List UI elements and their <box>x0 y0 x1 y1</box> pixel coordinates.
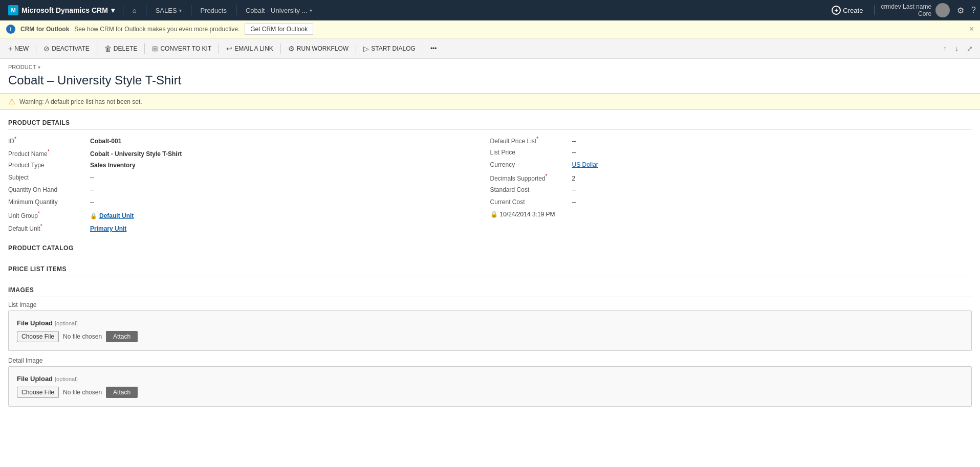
detail-image-attach-button[interactable]: Attach <box>106 387 138 398</box>
delete-label: DELETE <box>114 45 138 52</box>
field-id: ID* Cobalt-001 <box>8 134 470 147</box>
field-product-name-value: Cobalt - University Style T-Shirt <box>90 150 182 158</box>
deactivate-button[interactable]: ⊘ DEACTIVATE <box>39 42 94 55</box>
field-current-cost-label: Current Cost <box>490 198 572 206</box>
detail-image-optional: [optional] <box>55 376 78 382</box>
section-images: IMAGES <box>8 280 972 297</box>
workflow-icon: ⚙ <box>288 45 295 53</box>
new-button[interactable]: + NEW <box>4 42 33 55</box>
outlook-message: See how CRM for Outlook makes you even m… <box>74 26 239 33</box>
convert-label: CONVERT TO KIT <box>160 45 211 52</box>
more-icon[interactable]: ? <box>971 6 976 15</box>
nav-cobalt-chevron: ▾ <box>310 8 312 13</box>
tb-sep-7 <box>423 43 423 54</box>
detail-image-choose-file-button[interactable]: Choose File <box>17 387 59 398</box>
detail-image-label: Detail Image <box>8 357 972 364</box>
convert-to-kit-button[interactable]: ⊞ CONVERT TO KIT <box>148 42 215 55</box>
nav-products[interactable]: Products <box>195 0 232 20</box>
product-details-grid: ID* Cobalt-001 Product Name* Cobalt - Un… <box>8 134 972 234</box>
tb-sep-6 <box>356 43 356 54</box>
email-icon: ↩ <box>226 45 232 53</box>
details-left-col: ID* Cobalt-001 Product Name* Cobalt - Un… <box>8 134 490 234</box>
breadcrumb-chevron[interactable]: ▾ <box>38 64 40 70</box>
field-unit-group-value[interactable]: Default Unit <box>99 212 134 219</box>
run-workflow-button[interactable]: ⚙ RUN WORKFLOW <box>284 42 353 55</box>
field-default-price-list-label: Default Price List* <box>490 136 572 145</box>
nav-home[interactable]: ⌂ <box>127 0 142 20</box>
nav-sep-5 <box>874 5 875 15</box>
section-price-list-items[interactable]: PRICE LIST ITEMS <box>8 259 972 276</box>
nav-cobalt-label: Cobalt - University ... <box>246 7 308 14</box>
create-button[interactable]: + Create <box>826 6 868 15</box>
more-options-button[interactable]: ••• <box>426 43 441 54</box>
new-label: NEW <box>14 45 29 52</box>
outlook-info-icon: i <box>6 25 15 34</box>
details-right-col: Default Price List* -- List Price -- Cur… <box>490 134 972 234</box>
delete-button[interactable]: 🗑 DELETE <box>100 42 142 55</box>
field-subject: Subject -- <box>8 172 470 184</box>
toolbar-right: ↑ ↓ ⤢ <box>940 42 976 55</box>
field-qty-on-hand: Quantity On Hand -- <box>8 184 470 196</box>
top-nav-bar: M Microsoft Dynamics CRM ▾ ⌂ SALES ▾ Pro… <box>0 0 980 20</box>
toolbar: + NEW ⊘ DEACTIVATE 🗑 DELETE ⊞ CONVERT TO… <box>0 38 980 59</box>
timestamp-lock-icon: 🔒 <box>490 211 498 218</box>
list-image-upload-title: File Upload[optional] <box>17 319 963 327</box>
field-default-unit: Default Unit* Primary Unit <box>8 221 470 234</box>
get-crm-outlook-button[interactable]: Get CRM for Outlook <box>245 24 313 35</box>
nav-sep-1 <box>123 5 123 15</box>
nav-right: + Create crmdev Last name Core ⚙ ? <box>826 3 976 17</box>
field-default-unit-value[interactable]: Primary Unit <box>90 225 126 232</box>
tb-sep-5 <box>280 43 281 54</box>
settings-icon[interactable]: ⚙ <box>954 6 967 15</box>
field-list-price-label: List Price <box>490 149 572 156</box>
nav-sep-2 <box>146 5 146 15</box>
user-role: Core <box>881 10 931 17</box>
expand-button[interactable]: ⤢ <box>964 42 976 55</box>
field-decimals: Decimals Supported* 2 <box>490 171 952 184</box>
tb-sep-4 <box>219 43 219 54</box>
detail-image-upload-box: File Upload[optional] Choose File No fil… <box>8 366 972 407</box>
nav-products-label: Products <box>201 7 227 14</box>
start-dialog-button[interactable]: ▷ START DIALOG <box>359 42 420 55</box>
field-product-name: Product Name* Cobalt - University Style … <box>8 147 470 160</box>
field-unit-group: Unit Group* 🔒 Default Unit <box>8 209 470 221</box>
dialog-label: START DIALOG <box>371 45 416 52</box>
nav-sales[interactable]: SALES ▾ <box>150 0 187 20</box>
nav-up-button[interactable]: ↑ <box>940 42 950 55</box>
delete-icon: 🗑 <box>104 45 112 53</box>
nav-sales-label: SALES <box>156 7 177 14</box>
avatar[interactable] <box>935 3 950 17</box>
field-min-qty-value: -- <box>90 198 94 206</box>
app-name: Microsoft Dynamics CRM <box>21 6 108 14</box>
field-min-qty: Minimum Quantity -- <box>8 196 470 209</box>
field-currency-value[interactable]: US Dollar <box>572 161 598 168</box>
create-label: Create <box>843 7 863 14</box>
tb-sep-1 <box>36 43 36 54</box>
main-content: PRODUCT DETAILS ID* Cobalt-001 Product N… <box>0 113 980 407</box>
app-brand[interactable]: M Microsoft Dynamics CRM ▾ <box>4 5 119 15</box>
warning-icon: ⚠ <box>8 97 15 106</box>
field-default-unit-label: Default Unit* <box>8 224 90 232</box>
timestamp-value: 10/24/2014 3:19 PM <box>500 211 555 218</box>
outlook-brand: CRM for Outlook <box>20 26 69 33</box>
email-label: EMAIL A LINK <box>234 45 273 52</box>
list-image-choose-file-button[interactable]: Choose File <box>17 331 59 342</box>
field-list-price-value: -- <box>572 149 576 156</box>
new-icon: + <box>8 45 12 53</box>
detail-image-no-file: No file chosen <box>63 389 102 396</box>
field-id-value: Cobalt-001 <box>90 138 121 145</box>
field-standard-cost-label: Standard Cost <box>490 186 572 193</box>
email-link-button[interactable]: ↩ EMAIL A LINK <box>222 42 277 55</box>
nav-cobalt[interactable]: Cobalt - University ... ▾ <box>241 0 317 20</box>
section-product-catalog[interactable]: PRODUCT CATALOG <box>8 238 972 255</box>
field-qty-on-hand-label: Quantity On Hand <box>8 186 90 193</box>
app-logo: M <box>8 5 18 15</box>
breadcrumb: PRODUCT ▾ <box>8 64 972 70</box>
list-image-attach-button[interactable]: Attach <box>106 331 138 342</box>
field-subject-value: -- <box>90 174 94 181</box>
outlook-close-icon[interactable]: × <box>969 25 974 34</box>
field-list-price: List Price -- <box>490 147 952 159</box>
list-image-no-file: No file chosen <box>63 333 102 340</box>
field-default-price-list-value: -- <box>572 138 576 145</box>
nav-down-button[interactable]: ↓ <box>952 42 962 55</box>
